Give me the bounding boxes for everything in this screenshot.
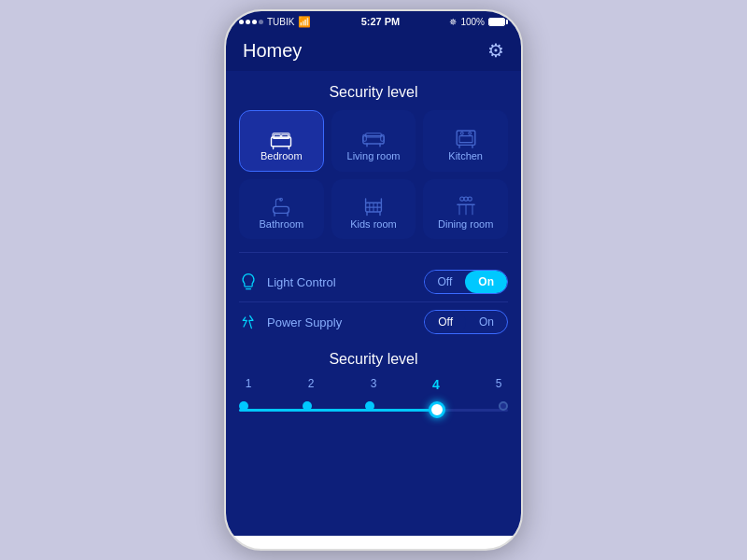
slider-label-5: 5 (489, 377, 508, 392)
carrier-label: TUBIK (267, 17, 294, 27)
power-icon (239, 313, 258, 331)
room-card-dining-room[interactable]: Dining room (423, 179, 508, 239)
kitchen-label: Kitchen (448, 150, 483, 161)
power-off-option[interactable]: Off (425, 311, 466, 333)
slider-dot-1 (239, 401, 248, 411)
light-on-option[interactable]: On (465, 271, 507, 293)
wifi-icon: 📶 (298, 16, 311, 28)
app-title: Homey (243, 40, 302, 62)
light-control-row: Light Control Off On (239, 262, 508, 302)
rooms-grid: Bedroom Living room (226, 110, 521, 248)
clock: 5:27 PM (361, 16, 401, 27)
bulb-icon (239, 273, 258, 291)
bathroom-label: Bathroom (259, 218, 303, 230)
slider-label-1: 1 (239, 377, 258, 392)
slider-label-4: 4 (427, 377, 445, 392)
power-supply-label: Power Supply (267, 315, 342, 329)
dining-room-label: Dining room (438, 218, 493, 230)
status-left: TUBIK 📶 (239, 16, 311, 28)
room-card-bedroom[interactable]: Bedroom (239, 110, 324, 172)
crib-icon (360, 192, 387, 218)
svg-rect-13 (459, 136, 472, 143)
light-control-label: Light Control (267, 275, 336, 289)
room-card-kids-room[interactable]: Kids room (331, 179, 416, 239)
light-off-option[interactable]: Off (425, 271, 466, 293)
slider-labels: 1 2 3 4 5 (239, 377, 508, 392)
controls-section: Light Control Off On Power Supply Of (226, 262, 521, 342)
svg-point-15 (468, 132, 471, 134)
power-supply-toggle[interactable]: Off On (424, 310, 508, 334)
svg-point-14 (460, 132, 463, 134)
slider-label-2: 2 (302, 377, 320, 392)
room-card-living-room[interactable]: Living room (331, 110, 416, 172)
power-supply-row: Power Supply Off On (239, 302, 508, 342)
signal-dots (239, 20, 263, 24)
signal-dot-2 (246, 20, 250, 24)
main-content: Security level Bedroom (226, 71, 521, 536)
svg-point-33 (464, 197, 468, 201)
kids-room-label: Kids room (350, 218, 397, 230)
sofa-icon (360, 124, 387, 150)
battery-label: 100% (460, 17, 485, 27)
signal-dot-1 (239, 20, 244, 24)
room-card-bathroom[interactable]: Bathroom (239, 179, 324, 239)
slider-track-wrapper[interactable] (239, 396, 508, 424)
svg-rect-2 (275, 134, 281, 138)
battery-tip (506, 20, 508, 24)
dining-icon (453, 192, 479, 218)
battery-icon (488, 18, 508, 26)
svg-rect-7 (366, 133, 382, 137)
battery-body (488, 18, 505, 26)
security-slider-container: 1 2 3 4 5 (226, 377, 521, 437)
rooms-section-title: Security level (226, 71, 521, 110)
svg-rect-3 (282, 134, 289, 138)
bed-icon (268, 124, 294, 150)
svg-point-31 (459, 197, 463, 201)
signal-dot-4 (259, 20, 263, 24)
slider-dots (239, 401, 508, 418)
svg-point-32 (468, 197, 472, 201)
status-right: ✵ 100% (449, 17, 508, 27)
app-header: Homey ⚙ (226, 32, 521, 71)
power-supply-left: Power Supply (239, 313, 342, 331)
light-control-toggle[interactable]: Off On (424, 270, 508, 294)
phone-frame: TUBIK 📶 5:27 PM ✵ 100% Homey ⚙ Security … (224, 9, 523, 551)
security-section: Security level 1 2 3 4 5 (226, 342, 521, 437)
slider-label-3: 3 (364, 377, 383, 392)
power-on-option[interactable]: On (466, 311, 507, 333)
light-control-left: Light Control (239, 273, 336, 291)
settings-icon[interactable]: ⚙ (487, 39, 504, 62)
bath-icon (268, 192, 294, 218)
divider-1 (239, 252, 508, 253)
room-card-kitchen[interactable]: Kitchen (423, 110, 508, 172)
status-bar: TUBIK 📶 5:27 PM ✵ 100% (226, 11, 521, 32)
slider-thumb[interactable] (429, 401, 445, 418)
battery-fill (489, 19, 504, 25)
slider-dot-3 (365, 401, 374, 411)
bedroom-label: Bedroom (261, 150, 303, 161)
svg-rect-18 (274, 206, 289, 213)
slider-dot-2 (303, 401, 312, 411)
slider-dot-5 (499, 401, 508, 411)
signal-dot-3 (252, 20, 257, 24)
living-room-label: Living room (347, 150, 401, 161)
bluetooth-icon: ✵ (449, 17, 457, 27)
stove-icon (453, 124, 479, 150)
security-section-title: Security level (226, 351, 521, 377)
